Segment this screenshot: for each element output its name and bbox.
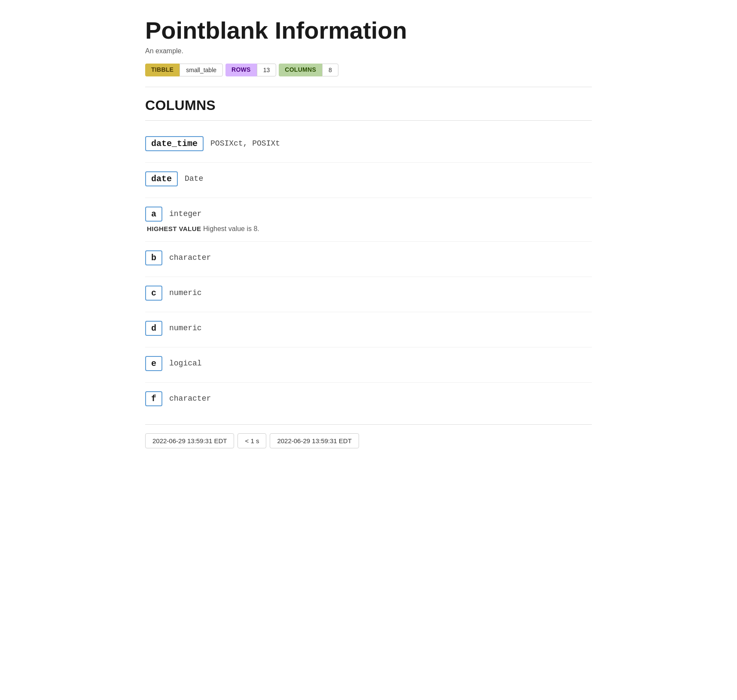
tibble-value: small_table	[180, 64, 223, 76]
footer-bar: 2022-06-29 13:59:31 EDT < 1 s 2022-06-29…	[145, 424, 592, 453]
rows-value: 13	[257, 64, 277, 76]
column-header: dateDate	[145, 171, 592, 186]
column-item: dateDate	[145, 163, 592, 198]
footer-start-time: 2022-06-29 13:59:31 EDT	[145, 433, 234, 448]
page-subtitle: An example.	[145, 47, 592, 55]
column-note-label: HIGHEST VALUE	[147, 225, 203, 232]
column-name: d	[145, 321, 162, 336]
column-item: dnumeric	[145, 312, 592, 347]
column-name: b	[145, 250, 162, 265]
column-header: ainteger	[145, 207, 592, 222]
column-item: bcharacter	[145, 242, 592, 277]
column-type: character	[169, 394, 211, 403]
footer-duration: < 1 s	[238, 433, 266, 448]
column-name: f	[145, 391, 162, 406]
column-name: e	[145, 356, 162, 371]
columns-badge: COLUMNS 8	[279, 64, 338, 76]
column-type: integer	[169, 210, 202, 218]
tibble-label: TIBBLE	[145, 64, 180, 76]
column-name: a	[145, 207, 162, 222]
columns-list: date_timePOSIXct, POSIXtdateDateainteger…	[145, 128, 592, 417]
column-item: cnumeric	[145, 277, 592, 312]
tibble-badge: TIBBLE small_table	[145, 64, 223, 76]
column-type: Date	[185, 174, 203, 183]
column-note: HIGHEST VALUE Highest value is 8.	[145, 225, 592, 233]
column-type: numeric	[169, 324, 202, 332]
header-divider	[145, 87, 592, 87]
rows-label: ROWS	[225, 64, 257, 76]
column-header: bcharacter	[145, 250, 592, 265]
column-item: date_timePOSIXct, POSIXt	[145, 128, 592, 163]
column-item: fcharacter	[145, 383, 592, 417]
column-header: elogical	[145, 356, 592, 371]
column-name: c	[145, 286, 162, 301]
page-container: Pointblank Information An example. TIBBL…	[132, 0, 605, 470]
columns-top-divider	[145, 120, 592, 121]
column-header: cnumeric	[145, 286, 592, 301]
columns-value: 8	[322, 64, 338, 76]
column-item: aintegerHIGHEST VALUE Highest value is 8…	[145, 198, 592, 242]
column-item: elogical	[145, 347, 592, 383]
column-header: date_timePOSIXct, POSIXt	[145, 136, 592, 151]
columns-section-title: COLUMNS	[145, 97, 592, 113]
column-type: POSIXct, POSIXt	[210, 139, 280, 148]
page-title: Pointblank Information	[145, 17, 592, 44]
rows-badge: ROWS 13	[225, 64, 276, 76]
column-type: logical	[169, 359, 202, 368]
column-header: fcharacter	[145, 391, 592, 406]
columns-label: COLUMNS	[279, 64, 322, 76]
column-type: numeric	[169, 289, 202, 297]
column-type: character	[169, 253, 211, 262]
column-header: dnumeric	[145, 321, 592, 336]
footer-end-time: 2022-06-29 13:59:31 EDT	[270, 433, 359, 448]
column-name: date	[145, 171, 178, 186]
column-name: date_time	[145, 136, 204, 151]
meta-badges: TIBBLE small_table ROWS 13 COLUMNS 8	[145, 64, 592, 76]
